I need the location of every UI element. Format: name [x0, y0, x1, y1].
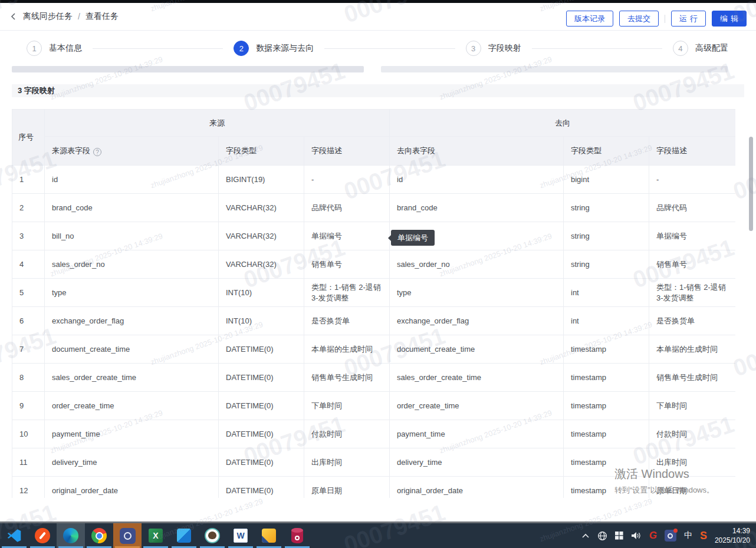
volume-icon[interactable]: [631, 531, 642, 540]
step-number: 3: [466, 41, 481, 56]
cell-src_field: exchange_order_flag: [45, 307, 219, 335]
dbeaver-icon: [205, 528, 220, 543]
step-label: 基本信息: [49, 43, 82, 54]
sogou-input-icon[interactable]: S: [700, 530, 707, 542]
ime-language-indicator[interactable]: 中: [684, 530, 692, 541]
table-row: 8sales_order_create_timeDATETIME(0)销售单号生…: [12, 364, 736, 392]
breadcrumb-separator: /: [78, 12, 80, 21]
vertical-scrollbar[interactable]: [749, 137, 753, 231]
table-row: 1idBIGINT(19)-idbigint-: [12, 166, 736, 194]
breadcrumb-item-task-list[interactable]: 离线同步任务: [23, 11, 73, 22]
cell-src_desc: 品牌代码: [304, 194, 390, 222]
section-header: 3 字段映射: [12, 84, 744, 97]
table-row: 6exchange_order_flagINT(10)是否换货单exchange…: [12, 307, 736, 335]
column-header-source-desc: 字段描述: [304, 137, 390, 166]
database-tool-icon: [291, 528, 303, 543]
tray-blue-app-icon[interactable]: [665, 530, 676, 542]
cell-src_desc: 销售单号: [304, 250, 390, 279]
back-chevron-icon[interactable]: [9, 12, 18, 21]
blue-folder-icon: [177, 529, 191, 543]
taskbar-yellow-app[interactable]: [255, 523, 283, 548]
taskbar-word[interactable]: W: [226, 523, 255, 548]
group-header-source: 来源: [45, 110, 390, 137]
edit-button[interactable]: 编辑: [712, 11, 747, 27]
breadcrumb: 离线同步任务 / 查看任务: [9, 11, 119, 22]
notification-badge: [673, 529, 678, 533]
step-connector: [93, 48, 223, 49]
cell-dst_type: int: [564, 307, 649, 335]
cell-src_field: sales_order_create_time: [45, 364, 219, 392]
cell-dst_desc: 是否换货单: [649, 307, 736, 335]
cell-src_type: VARCHAR(32): [219, 250, 304, 279]
step-number: 1: [27, 41, 42, 56]
cell-src_desc: 下单时间: [304, 392, 390, 420]
cell-dst_field: original_order_date: [390, 477, 564, 499]
cell-dst_type: timestamp: [564, 364, 649, 392]
cell-src_desc: -: [304, 166, 390, 194]
horizontal-scrollbar-right[interactable]: [381, 66, 728, 72]
step-label: 高级配置: [695, 43, 728, 54]
column-header-source-type: 字段类型: [219, 137, 304, 166]
cell-src_desc: 原单日期: [304, 477, 390, 499]
taskbar-database-tool[interactable]: [283, 523, 311, 548]
run-button[interactable]: 运行: [671, 11, 706, 27]
taskbar-edge[interactable]: [57, 523, 85, 548]
taskbar-vscode[interactable]: [0, 523, 28, 548]
column-header-dest-desc: 字段描述: [649, 137, 736, 166]
cell-src_field: bill_no: [45, 222, 219, 250]
cell-src_field: sales_order_no: [45, 250, 219, 279]
taskbar-clock[interactable]: 14:39 2025/10/20: [715, 526, 750, 545]
cell-no: 1: [12, 166, 45, 194]
taskbar-active-app[interactable]: [113, 523, 142, 548]
group-header-dest: 去向: [390, 110, 736, 137]
go-submit-button[interactable]: 去提交: [619, 11, 659, 27]
taskbar-chrome[interactable]: [85, 523, 113, 548]
step-basic-info[interactable]: 1 基本信息: [27, 41, 82, 56]
activation-line1: 激活 Windows: [614, 466, 714, 482]
help-icon[interactable]: ?: [93, 148, 101, 156]
horizontal-scrollbar-left[interactable]: [12, 66, 364, 72]
mapping-table-body: 1idBIGINT(19)-idbigint-2brand_codeVARCHA…: [12, 166, 736, 499]
section-title: 3 字段映射: [12, 85, 55, 96]
windows-key-icon[interactable]: [615, 532, 623, 540]
field-tooltip: 单据编号: [391, 230, 435, 246]
step-advanced-config[interactable]: 4 高级配置: [673, 41, 728, 56]
cell-dst_field: document_create_time: [390, 335, 564, 364]
cell-no: 6: [12, 307, 45, 335]
cell-src_type: INT(10): [219, 279, 304, 307]
column-header-source-field: 来源表字段?: [45, 137, 219, 166]
cell-no: 2: [12, 194, 45, 222]
taskbar-blue-folder-app[interactable]: [170, 523, 198, 548]
cell-src_desc: 出库时间: [304, 448, 390, 477]
taskbar-pencil-app[interactable]: [28, 523, 57, 548]
sogou-browser-icon[interactable]: G: [649, 530, 657, 542]
column-header-label: 来源表字段: [52, 146, 90, 155]
cell-src_type: INT(10): [219, 307, 304, 335]
step-source-dest[interactable]: 2 数据来源与去向: [234, 41, 314, 56]
cell-no: 4: [12, 250, 45, 279]
cell-dst_desc: 付款时间: [649, 420, 736, 448]
cell-dst_desc: 类型：1-销售 2-退销 3-发货调整: [649, 279, 736, 307]
network-globe-icon[interactable]: [597, 531, 607, 541]
cell-dst_field: exchange_order_flag: [390, 307, 564, 335]
cell-src_desc: 付款时间: [304, 420, 390, 448]
cell-src_desc: 单据编号: [304, 222, 390, 250]
cell-no: 12: [12, 477, 45, 499]
version-history-button[interactable]: 版本记录: [566, 11, 613, 27]
cell-dst_desc: 销售单号生成时间: [649, 364, 736, 392]
button-divider: [665, 15, 665, 23]
step-indicator: 1 基本信息 2 数据来源与去向 3 字段映射 4 高级配置: [0, 35, 756, 61]
cell-src_desc: 本单据的生成时间: [304, 335, 390, 364]
step-field-mapping[interactable]: 3 字段映射: [466, 41, 521, 56]
taskbar-dbeaver[interactable]: [198, 523, 226, 548]
taskbar-excel[interactable]: X: [142, 523, 170, 548]
step-number: 2: [234, 41, 249, 56]
cell-no: 9: [12, 392, 45, 420]
table-row: 5typeINT(10)类型：1-销售 2-退销 3-发货调整typeint类型…: [12, 279, 736, 307]
blue-app-icon: [120, 528, 136, 544]
cell-dst_desc: 下单时间: [649, 392, 736, 420]
cell-dst_type: string: [564, 194, 649, 222]
cell-src_type: DATETIME(0): [219, 420, 304, 448]
cell-dst_field: payment_time: [390, 420, 564, 448]
tray-chevron-up-icon[interactable]: [581, 533, 590, 539]
